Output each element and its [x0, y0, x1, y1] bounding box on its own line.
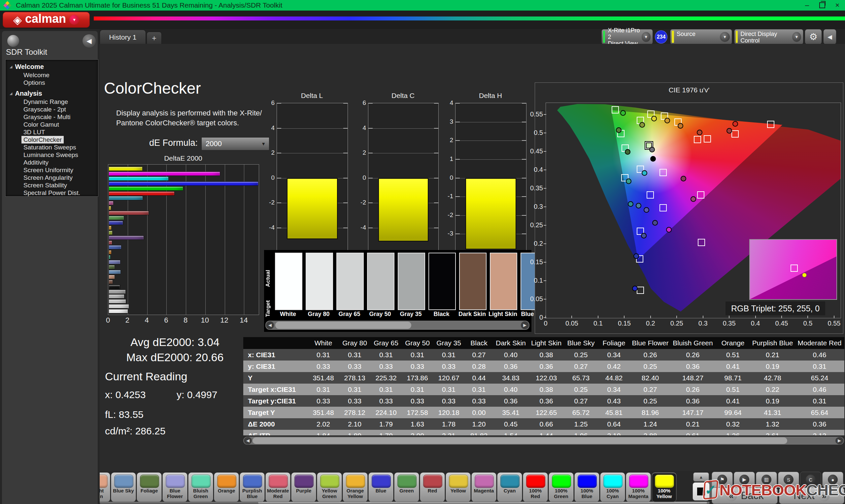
pattern-button-100-magenta[interactable]: 100% Magenta: [626, 472, 651, 502]
display-control-dropdown[interactable]: Direct Display Control ▼: [734, 29, 804, 44]
pattern-button-100-green[interactable]: 100% Green: [549, 472, 574, 502]
pattern-button-purple[interactable]: Purple: [291, 472, 316, 502]
brand-dropdown-icon[interactable]: ▼: [69, 15, 79, 25]
pattern-button-orange-yellow[interactable]: Orange Yellow: [342, 472, 368, 502]
table-cell: 0.31: [307, 384, 339, 395]
sidebar-item-luminance-sweeps[interactable]: Luminance Sweeps: [21, 151, 80, 159]
sidebar: ◀ SDR Toolkit ◢WelcomeWelcomeOptions◢Ana…: [0, 29, 100, 504]
pattern-button-light-skin[interactable]: Light Skin: [100, 472, 110, 502]
sidebar-item-saturation-sweeps[interactable]: Saturation Sweeps: [21, 143, 78, 151]
tab-history-1[interactable]: History 1: [100, 30, 146, 44]
table-cell: 0.26: [631, 349, 670, 361]
sidebar-item-grayscale-2pt[interactable]: Grayscale - 2pt: [21, 106, 68, 113]
pattern-button-100-cyan[interactable]: 100% Cyan: [600, 472, 625, 502]
swatch-scroll-right-icon[interactable]: ▶: [521, 321, 529, 329]
display-dropdown-arrow-icon[interactable]: ▼: [792, 32, 801, 42]
pattern-button-orange[interactable]: Orange: [214, 472, 239, 502]
table-cell: 0.33: [370, 395, 402, 407]
settings-button[interactable]: ⚙: [805, 29, 822, 44]
swatch-scroll-thumb[interactable]: [275, 322, 411, 329]
table-cell: 0.33: [402, 395, 433, 407]
de-bar-gray-35: [109, 290, 126, 294]
tree-expander-icon[interactable]: ◢: [10, 91, 12, 96]
table-cell: 0.31: [795, 395, 844, 407]
nav-icon-button-0[interactable]: ⚑: [712, 472, 733, 487]
nav-icon-button-1[interactable]: ▶: [734, 472, 755, 487]
pattern-button-100-red[interactable]: 100% Red: [523, 472, 548, 502]
nav-icon-button-3[interactable]: S: [778, 472, 799, 487]
table-scroll-left-icon[interactable]: ◀: [244, 437, 252, 444]
cie-target-square: [694, 136, 701, 143]
pattern-button-moderate-red[interactable]: Moderate Red: [265, 472, 291, 502]
pattern-button-cyan[interactable]: Cyan: [497, 472, 522, 502]
sidebar-item-screen-angularity[interactable]: Screen Angularity: [21, 174, 75, 181]
pattern-button-blue-sky[interactable]: Blue Sky: [111, 472, 136, 502]
pattern-button-purplish-blue[interactable]: Purplish Blue: [240, 472, 265, 502]
tab-add-button[interactable]: +: [146, 32, 162, 44]
table-cell: 0.31: [464, 384, 493, 395]
nav-icon-button-4[interactable]: C: [800, 472, 821, 487]
cie-chart-title: CIE 1976 u'v': [535, 86, 843, 94]
description-line-2: Pantone ColorChecker® target colors.: [116, 118, 262, 128]
pattern-button-blue[interactable]: Blue: [368, 472, 393, 502]
source-dropdown-arrow-icon[interactable]: ▼: [720, 32, 730, 42]
table-scroll-thumb[interactable]: [252, 437, 787, 444]
meter-dropdown-arrow-icon[interactable]: ▼: [642, 32, 651, 42]
sidebar-item-colorchecker[interactable]: ColorChecker: [21, 136, 64, 143]
sidebar-item-spectral-power-dist[interactable]: Spectral Power Dist.: [21, 189, 82, 197]
swatch-white: [275, 253, 302, 310]
pattern-button-green[interactable]: Green: [394, 472, 419, 502]
table-cell: 0.00: [464, 407, 493, 418]
sidebar-item-color-gamut[interactable]: Color Gamut: [21, 121, 61, 128]
pattern-button-blue-flower[interactable]: Blue Flower: [162, 472, 188, 502]
swatch-scroll-left-icon[interactable]: ◀: [266, 321, 274, 329]
tree-section-analysis[interactable]: ◢Analysis: [10, 90, 98, 97]
nav-icon-button-5[interactable]: ●: [822, 472, 843, 487]
pattern-button-foliage[interactable]: Foliage: [137, 472, 162, 502]
panel-collapse-button[interactable]: ◀: [823, 29, 837, 44]
pattern-button-red[interactable]: Red: [420, 472, 445, 502]
pattern-window-button[interactable]: [692, 482, 710, 501]
tree-section-welcome[interactable]: ◢Welcome: [10, 63, 98, 71]
sidebar-item-3d-lut[interactable]: 3D LUT: [21, 128, 47, 136]
sidebar-item-dynamic-range[interactable]: Dynamic Range: [21, 98, 70, 106]
nav-icon-button-2[interactable]: ▥: [756, 472, 777, 487]
calman-menu-button[interactable]: ◈ calman ▼: [3, 12, 90, 28]
pattern-button-magenta[interactable]: Magenta: [471, 472, 496, 502]
meter-dropdown[interactable]: X-Rite i1Pro 2Direct View ▼: [601, 29, 653, 44]
table-cell: 1.78: [433, 418, 464, 430]
pattern-button-100-blue[interactable]: 100% Blue: [574, 472, 599, 502]
back-button[interactable]: « Back: [712, 487, 778, 504]
sidebar-item-screen-uniformity[interactable]: Screen Uniformity: [21, 166, 75, 174]
sidebar-item-welcome[interactable]: Welcome: [21, 71, 52, 79]
pattern-button-100-yellow[interactable]: 100% Yellow: [652, 472, 677, 502]
gridline: [186, 165, 186, 315]
pattern-swatch-orange-yellow: [346, 475, 365, 488]
table-cell: 0.31: [433, 384, 464, 395]
pattern-button-yellow-green[interactable]: Yellow Green: [317, 472, 342, 502]
tree-expander-icon[interactable]: ◢: [10, 65, 12, 69]
de-bar-100-magenta: [109, 172, 220, 176]
table-scrollbar[interactable]: ◀ ▶: [243, 437, 844, 445]
sidebar-item-additivity[interactable]: Additivity: [21, 159, 51, 166]
pattern-button-bluish-green[interactable]: Bluish Green: [188, 472, 213, 502]
pattern-button-yellow[interactable]: Yellow: [446, 472, 471, 502]
pattern-scroll-up-button[interactable]: ▲: [693, 472, 709, 482]
source-dropdown[interactable]: Source ▼: [670, 29, 732, 44]
close-button[interactable]: ×: [830, 0, 845, 11]
next-button[interactable]: Next »: [779, 487, 844, 504]
sidebar-item-grayscale-multi[interactable]: Grayscale - Multi: [21, 113, 73, 121]
table-cell: 41.31: [750, 407, 795, 418]
minimize-button[interactable]: –: [799, 0, 815, 11]
sidebar-item-options[interactable]: Options: [21, 79, 47, 86]
sidebar-item-screen-stability[interactable]: Screen Stability: [21, 181, 69, 189]
restore-button[interactable]: [815, 0, 830, 11]
table-cell: 1.79: [370, 418, 402, 430]
nav-icon-glyph: S: [784, 475, 793, 485]
table-scroll-right-icon[interactable]: ▶: [835, 437, 843, 444]
sidebar-collapse-button[interactable]: ◀: [83, 34, 96, 48]
sidebar-sphere-button[interactable]: [7, 35, 19, 47]
swatch-scrollbar[interactable]: ◀ ▶: [265, 321, 529, 330]
table-cell: 0.40: [493, 349, 528, 361]
de-formula-dropdown[interactable]: 2000 ▼: [201, 137, 269, 150]
